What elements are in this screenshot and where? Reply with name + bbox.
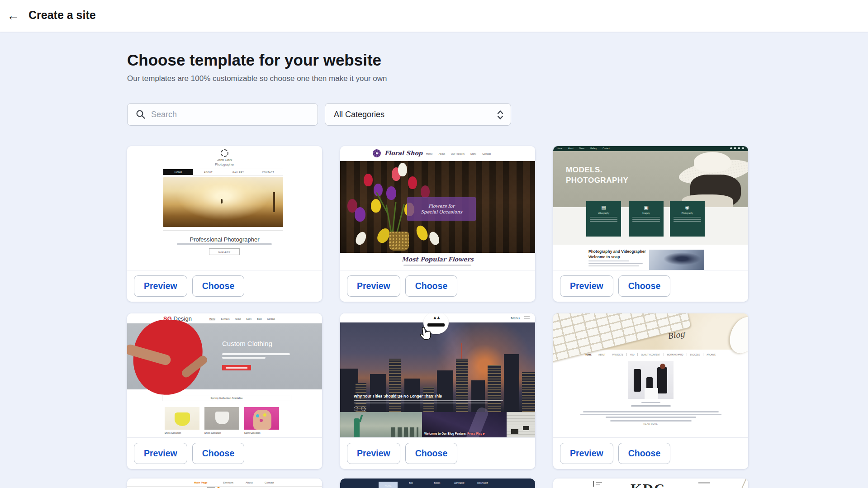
- product-thumb-yellow-dress: [165, 407, 199, 430]
- image-icon: ▣: [629, 204, 664, 210]
- template-card-partial-center: HOME BIO BOOK ADVISOR CONTACT: [340, 479, 535, 488]
- choose-button[interactable]: Choose: [192, 443, 245, 464]
- product-caption: Dress Collection: [204, 431, 221, 434]
- mini-read-more: READ MORE: [553, 423, 748, 425]
- divider: [163, 230, 283, 231]
- mini-section-heading: Photography and Videographer: [588, 249, 646, 254]
- mini-text-bar: [588, 261, 629, 261]
- card-footer: Preview Choose: [127, 270, 322, 302]
- choose-button[interactable]: Choose: [192, 275, 245, 297]
- thumb-statue-of-liberty: [340, 412, 422, 437]
- mini-navbar: Main Page Services About Contact: [127, 479, 322, 487]
- mini-text-bar: [596, 484, 600, 485]
- mini-hero-title: Custom Clothing: [222, 340, 272, 347]
- card-footer: Preview Choose: [553, 270, 748, 302]
- mini-banner: Spring Collection Available: [162, 395, 291, 401]
- product-caption: Dress Collection: [165, 431, 181, 434]
- card-footer: Preview Choose: [340, 270, 535, 302]
- decorative-line: [740, 479, 747, 488]
- template-thumbnail-sg-design[interactable]: SG Design HomeServicesAboutStoreBlogCont…: [127, 313, 322, 437]
- template-card-sg-design: SG Design HomeServicesAboutStoreBlogCont…: [127, 313, 322, 469]
- template-thumbnail-floral[interactable]: Floral Shop HomeAboutOur FlowersStoreCon…: [340, 146, 535, 270]
- product-thumb-white-dress: [204, 407, 239, 430]
- mini-logo: Floral Shop: [384, 150, 422, 156]
- search-icon: [136, 109, 146, 119]
- template-thumbnail-models[interactable]: HomeAboutNewsGalleryContact MODELS. PHOT…: [553, 146, 748, 270]
- search-input[interactable]: [151, 104, 314, 125]
- mini-section-title: Most Popular Flowers: [340, 256, 535, 263]
- choose-button[interactable]: Choose: [405, 275, 458, 297]
- mini-rule-mark: [593, 481, 594, 487]
- vase: [389, 232, 409, 251]
- category-dropdown-value: All Categories: [334, 110, 384, 119]
- carousel-arrow-left: [354, 407, 358, 411]
- mini-text-bar: [698, 482, 710, 483]
- preview-button[interactable]: Preview: [560, 443, 613, 464]
- mini-hero-image-skyline: Why Your Titles Should Be No Longer Than…: [340, 322, 535, 412]
- mini-text-bar: [222, 353, 290, 355]
- hamburger-menu-icon: [524, 317, 530, 320]
- mini-text-bar: [588, 265, 639, 266]
- preview-button[interactable]: Preview: [134, 443, 187, 464]
- mini-hero-title: Why Your Titles Should Be No Longer Than…: [354, 394, 442, 398]
- mini-menu-label: Menu: [511, 316, 520, 320]
- choose-button[interactable]: Choose: [618, 275, 671, 297]
- mini-text-bar: [583, 411, 719, 412]
- mountain-icon: ▲▲: [423, 313, 449, 323]
- mini-text-bar: [588, 263, 643, 264]
- mini-hero-image-red-dress: Custom Clothing: [127, 323, 322, 389]
- mini-text-bar: [354, 400, 503, 401]
- template-thumbnail-partial-left[interactable]: Main Page Services About Contact: [127, 479, 322, 488]
- mini-text-bar: [606, 417, 696, 418]
- social-icons: [730, 147, 745, 149]
- mini-navbar: HomeServicesAboutStoreBlogContact: [209, 317, 275, 321]
- thumb-ski-lift-sketch: [507, 412, 535, 437]
- preview-button[interactable]: Preview: [560, 275, 613, 297]
- search-box: [127, 103, 318, 126]
- section-subheading: Our templates are 100% customizable so c…: [127, 74, 387, 83]
- mini-navbar: HomeAboutOur FlowersStoreContact: [426, 152, 491, 155]
- preview-button[interactable]: Preview: [134, 275, 187, 297]
- mini-logo-title: John Clark: [127, 158, 322, 161]
- template-thumbnail-partial-right[interactable]: KDC: [553, 479, 748, 488]
- mini-thumb-caption: Welcome to Our Blog Feature. Press Play …: [424, 432, 485, 436]
- mini-red-button: [222, 365, 251, 370]
- mini-section-subheading: Welcome to snap: [588, 255, 620, 259]
- choose-button[interactable]: Choose: [618, 443, 671, 464]
- camera-icon: ◉: [670, 204, 705, 210]
- feature-tile-imagery: ▣ Imagery: [629, 201, 664, 237]
- section-heading: Choose template for your website: [127, 51, 381, 69]
- mini-hero-title-2: PHOTOGRAPHY: [566, 176, 628, 185]
- mini-hero-image-tulips: Flowers for Special Occasions: [340, 161, 535, 253]
- template-card-floral: Floral Shop HomeAboutOur FlowersStoreCon…: [340, 146, 535, 302]
- template-card-photographer: John Clark Photographer HOMEABOUTGALLERY…: [127, 146, 322, 302]
- mini-text-bar: [596, 482, 602, 483]
- choose-button[interactable]: Choose: [405, 443, 458, 464]
- template-thumbnail-city-blog[interactable]: Menu ▲▲ Why Your Titles Should Be No Lon…: [340, 313, 535, 437]
- mini-text-bar: [354, 403, 488, 403]
- film-icon: ▤: [586, 204, 621, 210]
- mini-hero-image-field: [163, 177, 283, 227]
- mini-subtitle-bar: [403, 265, 471, 266]
- mini-caption-bar: [641, 402, 660, 403]
- preview-button[interactable]: Preview: [347, 275, 400, 297]
- mini-hero-title-1: MODELS.: [566, 166, 602, 175]
- aperture-logo-icon: [221, 149, 228, 157]
- mini-navbar: HOMEABOUTGALLERYCONTACT: [163, 169, 283, 175]
- category-dropdown[interactable]: All Categories: [325, 103, 511, 126]
- mini-gallery-button: GALLERY: [209, 248, 240, 255]
- preview-button[interactable]: Preview: [347, 443, 400, 464]
- template-card-partial-left: Main Page Services About Contact: [127, 479, 322, 488]
- template-thumbnail-desk-blog[interactable]: Blog HOME ABOUT PROJECTS YOU QUALITY CON…: [553, 313, 748, 437]
- carousel-arrow-right: [361, 407, 365, 411]
- antenna: [461, 343, 462, 359]
- page-title: Create a site: [28, 9, 96, 22]
- template-thumbnail-partial-center[interactable]: HOME BIO BOOK ADVISOR CONTACT: [340, 479, 535, 488]
- mini-tagline-bar: [177, 243, 272, 245]
- mini-photo-people: [628, 361, 674, 399]
- top-bar: ← Create a site: [0, 0, 868, 32]
- back-arrow-icon[interactable]: ←: [5, 7, 22, 24]
- template-thumbnail-photographer[interactable]: John Clark Photographer HOMEABOUTGALLERY…: [127, 146, 322, 270]
- feature-tile-videography: ▤ Videography: [586, 201, 621, 237]
- template-card-models: HomeAboutNewsGalleryContact MODELS. PHOT…: [553, 146, 748, 302]
